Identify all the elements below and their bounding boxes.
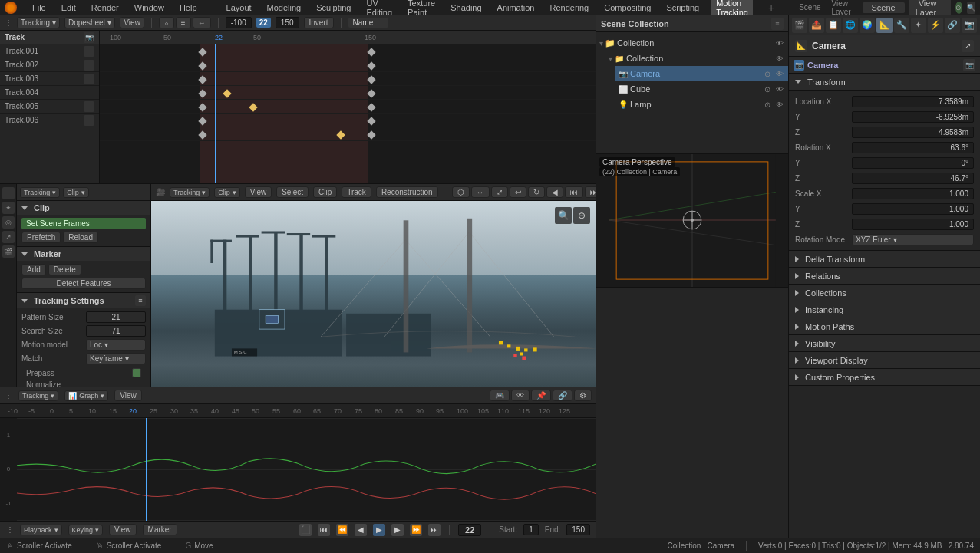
location-y-val[interactable]: -6.9258m: [852, 111, 974, 123]
menu-help[interactable]: Help: [177, 3, 200, 12]
set-scene-frames-btn[interactable]: Set Scene Frames: [21, 218, 146, 229]
instancing-header[interactable]: Instancing: [789, 301, 980, 318]
search-size-value[interactable]: 71: [86, 325, 146, 337]
render-props-icon[interactable]: 🎬: [792, 18, 807, 33]
clip-section-header[interactable]: Clip: [17, 201, 150, 215]
view-layer-dropdown[interactable]: View Layer: [829, 0, 858, 16]
clip-tool-6[interactable]: ◀: [546, 186, 563, 198]
zoom-in-btn[interactable]: 🔍: [555, 207, 572, 224]
reload-btn[interactable]: Reload: [63, 232, 98, 243]
clip-reconstruction-btn[interactable]: Reconstruction: [376, 186, 438, 198]
menu-edit[interactable]: Edit: [58, 3, 79, 12]
camera-restrict-icon[interactable]: ⊙: [762, 68, 773, 79]
workspace-layout[interactable]: Layout: [223, 3, 255, 12]
clip-name-dropdown[interactable]: Clip ▾: [214, 187, 240, 198]
next-keyframe-btn[interactable]: ▶: [391, 524, 404, 536]
playback-dropdown[interactable]: Playback ▾: [20, 525, 62, 535]
clip-icon[interactable]: ⋮: [2, 187, 15, 199]
workspace-uv-editing[interactable]: UV Editing: [363, 0, 395, 17]
handle-btn[interactable]: ↔: [193, 17, 211, 28]
frame-end-field[interactable]: 150: [276, 17, 299, 28]
add-workspace-icon[interactable]: +: [765, 2, 777, 14]
physics-props-icon[interactable]: ⚡: [928, 18, 943, 33]
outliner-filter-icon[interactable]: ≡: [771, 18, 784, 30]
eye-camera[interactable]: 👁: [774, 68, 785, 79]
menu-window[interactable]: Window: [131, 3, 167, 12]
invert-btn[interactable]: Invert: [304, 17, 334, 28]
first-frame-btn[interactable]: ⏮: [318, 524, 330, 536]
graph-tool-4[interactable]: 🔗: [553, 390, 572, 401]
graph-area[interactable]: -10 -5 0 5 10 15 20 25 30 35 40 45 50 55…: [0, 404, 596, 521]
camera-perspective-view[interactable]: Camera Perspective (22) Collection | Cam…: [596, 153, 788, 288]
output-props-icon[interactable]: 📤: [809, 18, 824, 33]
keying-dropdown[interactable]: Keying ▾: [68, 525, 104, 535]
modifier-props-icon[interactable]: 🔧: [894, 18, 909, 33]
clip-tool-1[interactable]: ⬡: [452, 186, 470, 198]
graph-view-btn[interactable]: View: [114, 390, 142, 401]
workspace-rendering[interactable]: Rendering: [546, 3, 592, 12]
dopesheet-mode-dropdown[interactable]: Dopesheet ▾: [64, 17, 115, 28]
graph-mode-dropdown[interactable]: 📊 Graph ▾: [64, 390, 108, 401]
scene-icon[interactable]: 🎬: [2, 245, 15, 258]
cube-restrict-icon[interactable]: ⊙: [762, 84, 773, 94]
clip-editor-mode[interactable]: Tracking ▾: [170, 187, 210, 198]
object-props-icon[interactable]: 📐: [876, 18, 892, 33]
match-dropdown[interactable]: Keyframe ▾: [86, 353, 146, 364]
keyframe-btn[interactable]: ⬦: [159, 17, 174, 28]
location-z-val[interactable]: 4.9583m: [852, 127, 974, 138]
clip-tracking-dropdown[interactable]: Tracking ▾: [20, 187, 60, 198]
graph-tool-5[interactable]: ⚙: [574, 390, 592, 401]
cube-row[interactable]: ⬜ Cube ⊙ 👁: [615, 81, 788, 97]
track-002[interactable]: Track.002: [0, 58, 99, 72]
data-props-icon[interactable]: 📷: [962, 18, 977, 33]
start-frame-field[interactable]: 1: [523, 524, 539, 535]
clip-view-btn[interactable]: View: [245, 186, 272, 198]
view-dropdown[interactable]: View: [120, 17, 144, 28]
filter-btn[interactable]: ≡: [176, 17, 191, 28]
add-marker-btn[interactable]: Add: [21, 264, 46, 275]
scale-z-val[interactable]: 1.000: [852, 219, 974, 230]
workspace-texture-paint[interactable]: Texture Paint: [404, 0, 438, 17]
prev-keyframe-btn[interactable]: ◀: [355, 524, 367, 536]
scale-x-val[interactable]: 1.000: [852, 188, 974, 199]
next-frame-btn[interactable]: ⏩: [410, 524, 422, 536]
eye-nested[interactable]: 👁: [774, 53, 785, 64]
track-005[interactable]: Track.005: [0, 100, 99, 114]
graph-tool-3[interactable]: 📌: [531, 390, 551, 401]
viewport-display-header[interactable]: Viewport Display: [789, 352, 980, 369]
prepass-checkbox[interactable]: [132, 368, 141, 377]
eye-cube[interactable]: 👁: [774, 84, 785, 94]
delta-transform-header[interactable]: Delta Transform: [789, 251, 980, 268]
location-x-val[interactable]: 7.3589m: [852, 96, 974, 107]
motion-paths-header[interactable]: Motion Paths: [789, 318, 980, 335]
camera-row[interactable]: 📷 Camera ⊙ 👁: [615, 66, 788, 81]
custom-properties-header[interactable]: Custom Properties: [789, 369, 980, 386]
particles-props-icon[interactable]: ✦: [911, 18, 926, 33]
constraints-props-icon[interactable]: 🔗: [945, 18, 960, 33]
graph-tool-1[interactable]: 🎮: [490, 390, 510, 401]
track-001[interactable]: Track.001: [0, 44, 99, 58]
menu-render[interactable]: Render: [88, 3, 122, 12]
eye-lamp[interactable]: 👁: [774, 99, 785, 110]
workspace-animation[interactable]: Animation: [494, 3, 538, 12]
frame-start-field[interactable]: -100: [226, 17, 252, 28]
clip-tool-3[interactable]: ⤢: [491, 186, 508, 198]
clip-image-view[interactable]: 🎥 Tracking ▾ Clip ▾ View Select Clip Tra…: [151, 184, 596, 387]
solve-icon[interactable]: ◎: [2, 216, 15, 229]
delete-marker-btn[interactable]: Delete: [48, 264, 81, 275]
pb-view-btn[interactable]: View: [109, 524, 137, 535]
tracking-settings-header[interactable]: Tracking Settings ≡: [17, 293, 150, 308]
clip-tool-4[interactable]: ↩: [510, 186, 526, 198]
detect-features-btn[interactable]: Detect Features: [21, 278, 146, 289]
relations-header[interactable]: Relations: [789, 268, 980, 285]
pattern-size-value[interactable]: 21: [86, 311, 146, 323]
prev-frame-btn[interactable]: ⏪: [336, 524, 348, 536]
collections-header[interactable]: Collections: [789, 285, 980, 301]
name-filter[interactable]: Name: [348, 18, 389, 28]
world-props-icon[interactable]: 🌍: [860, 18, 875, 33]
props-expand-icon[interactable]: ↗: [962, 40, 974, 52]
search-icon[interactable]: 🔍: [967, 2, 975, 14]
eye-icon-collection[interactable]: 👁: [774, 38, 785, 48]
transform-header[interactable]: Transform: [789, 74, 980, 91]
keyframe-area[interactable]: [100, 44, 596, 183]
